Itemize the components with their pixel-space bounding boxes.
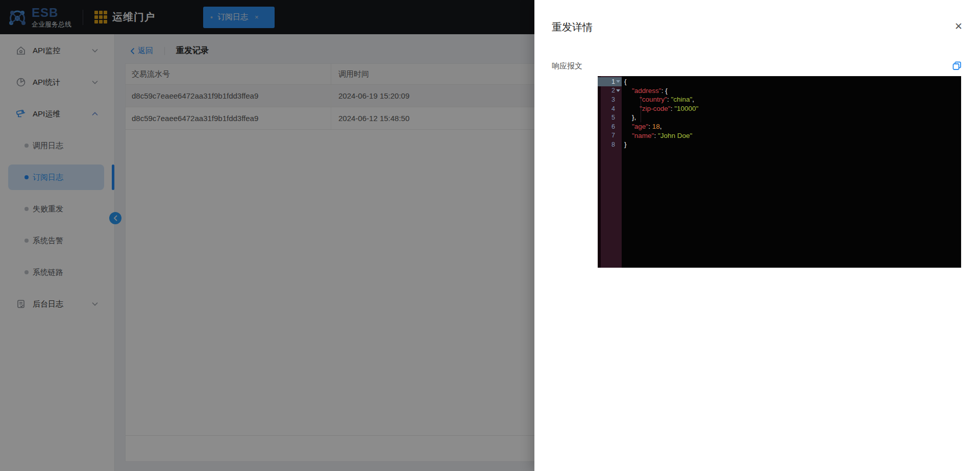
indent-guide xyxy=(641,95,641,122)
line-number: 7 xyxy=(598,131,622,140)
close-icon[interactable]: ✕ xyxy=(954,21,963,31)
code-line: }, xyxy=(624,113,961,122)
fold-caret-placeholder xyxy=(616,107,620,110)
line-number: 3 xyxy=(598,95,622,104)
fold-caret-icon[interactable] xyxy=(616,89,620,92)
line-number: 8 xyxy=(598,140,622,149)
editor-code-area[interactable]: { "address": { "country": "china", "zip-… xyxy=(622,76,961,268)
fold-caret-placeholder xyxy=(616,143,620,146)
line-number: 2 xyxy=(598,86,622,96)
code-line: "name": "John Doe" xyxy=(624,131,961,140)
code-line: "address": { xyxy=(624,86,961,96)
line-number: 4 xyxy=(598,104,622,113)
code-line: { xyxy=(624,77,961,86)
fold-caret-placeholder xyxy=(616,134,620,137)
fold-caret-placeholder xyxy=(616,116,620,119)
fold-caret-icon[interactable] xyxy=(616,80,620,83)
fold-caret-placeholder xyxy=(616,98,620,101)
resend-detail-drawer: 重发详情 ✕ 响应报文 12345678 { "address": { "cou… xyxy=(534,0,980,471)
app-root: ESB 企业服务总线 运维门户 • 订阅日志 × API监控 xyxy=(0,0,980,471)
code-editor[interactable]: 12345678 { "address": { "country": "chin… xyxy=(598,76,961,268)
code-line: "country": "china", xyxy=(624,95,961,104)
line-number: 6 xyxy=(598,122,622,131)
copy-icon[interactable] xyxy=(951,60,963,72)
fold-caret-placeholder xyxy=(616,125,620,128)
response-payload-label: 响应报文 xyxy=(552,61,582,71)
drawer-title: 重发详情 xyxy=(552,20,593,34)
line-number: 5 xyxy=(598,113,622,122)
code-line: "zip-code": "10000" xyxy=(624,104,961,113)
code-line: "age": 18, xyxy=(624,122,961,131)
code-line: } xyxy=(624,140,961,149)
line-number: 1 xyxy=(598,77,622,86)
editor-gutter: 12345678 xyxy=(598,76,622,268)
